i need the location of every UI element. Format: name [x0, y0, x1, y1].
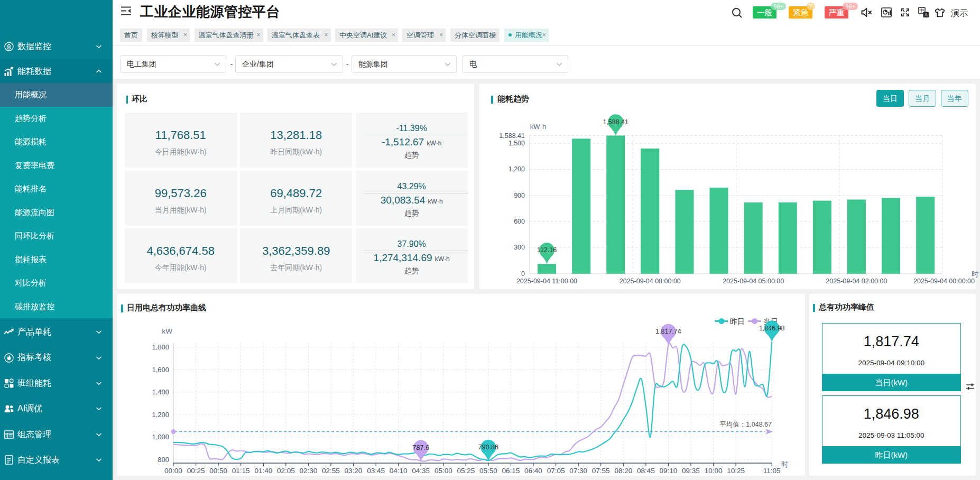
svg-text:787.6: 787.6: [413, 444, 429, 451]
svg-text:2025-09-04 11:00:00: 2025-09-04 11:00:00: [516, 278, 577, 285]
svg-text:04:10: 04:10: [390, 467, 408, 475]
svg-text:112.16: 112.16: [537, 246, 557, 254]
svg-text:2025-09-04 02:00:00: 2025-09-04 02:00:00: [826, 278, 887, 285]
svg-text:时: 时: [972, 270, 978, 278]
svg-text:A: A: [924, 12, 928, 17]
svg-text:10:25: 10:25: [727, 467, 745, 475]
svg-text:kW: kW: [162, 327, 173, 335]
svg-text:平均值：1,048.67: 平均值：1,048.67: [719, 421, 772, 428]
svg-text:02:05: 02:05: [277, 467, 295, 475]
svg-text:1,400: 1,400: [152, 388, 169, 396]
svg-text:900: 900: [514, 192, 525, 199]
svg-text:02:30: 02:30: [300, 467, 318, 475]
svg-text:1,500: 1,500: [509, 140, 525, 147]
svg-text:0: 0: [521, 270, 525, 278]
svg-text:1,817.74: 1,817.74: [655, 328, 681, 335]
svg-text:02:55: 02:55: [322, 467, 340, 475]
svg-text:09:35: 09:35: [682, 467, 700, 475]
svg-text:1,588.41: 1,588.41: [499, 132, 525, 140]
svg-text:07:05: 07:05: [547, 467, 565, 475]
svg-text:03:20: 03:20: [345, 467, 363, 475]
svg-text:04:35: 04:35: [412, 467, 430, 475]
svg-text:07:55: 07:55: [592, 467, 610, 475]
svg-text:01:40: 01:40: [254, 467, 272, 475]
svg-text:09:10: 09:10: [660, 467, 678, 475]
svg-text:11:05: 11:05: [763, 467, 781, 475]
svg-text:00:25: 00:25: [187, 467, 205, 475]
svg-text:2025-09-04 08:00:00: 2025-09-04 08:00:00: [620, 278, 681, 285]
svg-text:05:00: 05:00: [434, 467, 452, 475]
svg-text:1,846.98: 1,846.98: [759, 325, 785, 332]
svg-text:600: 600: [514, 218, 525, 225]
svg-text:10:00: 10:00: [705, 467, 723, 475]
svg-text:1,588.41: 1,588.41: [603, 118, 628, 126]
svg-text:03:45: 03:45: [367, 467, 385, 475]
svg-text:06:40: 06:40: [524, 467, 542, 475]
svg-text:00:00: 00:00: [164, 467, 182, 475]
svg-text:08:20: 08:20: [614, 467, 632, 475]
svg-text:时: 时: [781, 460, 789, 468]
svg-text:06:15: 06:15: [502, 467, 520, 475]
svg-text:01:15: 01:15: [232, 467, 250, 475]
svg-text:2025-09-04 05:00:00: 2025-09-04 05:00:00: [723, 278, 784, 285]
svg-text:07:30: 07:30: [569, 467, 587, 475]
svg-text:kW·h: kW·h: [530, 123, 546, 131]
svg-text:1,800: 1,800: [152, 343, 169, 351]
svg-text:05:25: 05:25: [457, 467, 475, 475]
svg-text:2025-09-04 00:00:00: 2025-09-04 00:00:00: [913, 278, 975, 285]
svg-text:05:50: 05:50: [479, 467, 497, 475]
svg-text:00:50: 00:50: [209, 467, 227, 475]
svg-text:1,200: 1,200: [152, 411, 169, 419]
svg-text:800: 800: [158, 456, 169, 464]
svg-text:08:45: 08:45: [637, 467, 655, 475]
svg-text:790.86: 790.86: [478, 444, 498, 451]
svg-text:昨日: 昨日: [730, 317, 745, 326]
svg-text:300: 300: [514, 244, 525, 251]
svg-text:1,000: 1,000: [152, 433, 169, 441]
svg-text:1,600: 1,600: [152, 366, 169, 374]
svg-text:1,200: 1,200: [509, 165, 525, 173]
